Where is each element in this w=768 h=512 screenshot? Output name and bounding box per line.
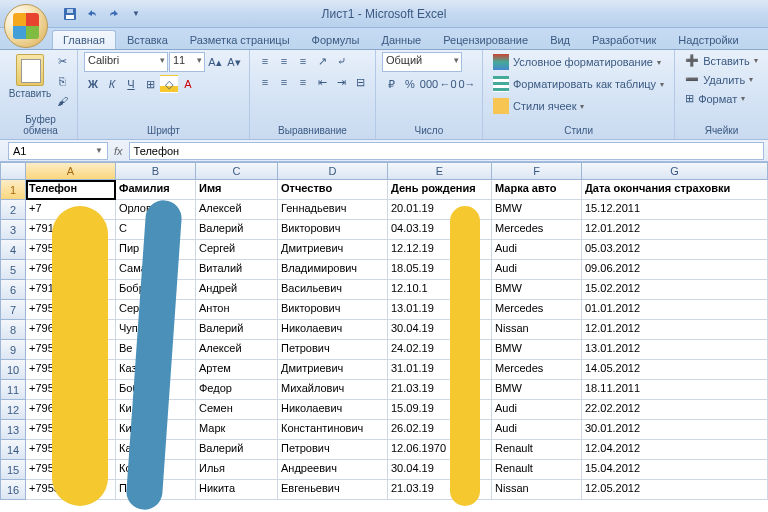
row-header[interactable]: 8	[0, 320, 26, 340]
undo-button[interactable]	[82, 4, 102, 24]
wrap-text-button[interactable]: ⤶	[332, 52, 350, 70]
cell[interactable]: 13.01.2012	[582, 340, 768, 360]
cell[interactable]: Евгеньевич	[278, 480, 388, 500]
align-left-button[interactable]: ≡	[256, 73, 274, 91]
cell[interactable]: 20.01.19	[388, 200, 492, 220]
cell[interactable]: +7953 0	[26, 460, 116, 480]
cell[interactable]: Дмитриевич	[278, 360, 388, 380]
cell[interactable]: Николаевич	[278, 400, 388, 420]
cell[interactable]: Самаров	[116, 260, 196, 280]
format-painter-button[interactable]: 🖌	[53, 92, 71, 110]
row-header[interactable]: 15	[0, 460, 26, 480]
align-center-button[interactable]: ≡	[275, 73, 293, 91]
cell[interactable]: 12.05.2012	[582, 480, 768, 500]
tab-вид[interactable]: Вид	[539, 30, 581, 49]
tab-надстройки[interactable]: Надстройки	[667, 30, 749, 49]
row-header[interactable]: 14	[0, 440, 26, 460]
cell[interactable]: 12.01.2012	[582, 320, 768, 340]
cell[interactable]: Алексей	[196, 200, 278, 220]
cell[interactable]: Карев	[116, 440, 196, 460]
row-header[interactable]: 10	[0, 360, 26, 380]
cell[interactable]: Никита	[196, 480, 278, 500]
cell[interactable]: Отчество	[278, 180, 388, 200]
cell[interactable]: Бобров	[116, 280, 196, 300]
align-middle-button[interactable]: ≡	[275, 52, 293, 70]
cell[interactable]: Renault	[492, 460, 582, 480]
cell[interactable]: +7953 0	[26, 440, 116, 460]
cell[interactable]: Ки	[116, 420, 196, 440]
cell[interactable]: Дата окончания страховки	[582, 180, 768, 200]
cell[interactable]: Mercedes	[492, 300, 582, 320]
cell[interactable]: +7911	[26, 220, 116, 240]
tab-разметка страницы[interactable]: Разметка страницы	[179, 30, 301, 49]
cell[interactable]: +796	[26, 400, 116, 420]
cell[interactable]: Константинович	[278, 420, 388, 440]
align-bottom-button[interactable]: ≡	[294, 52, 312, 70]
cell[interactable]: Андреевич	[278, 460, 388, 480]
column-header-C[interactable]: C	[196, 162, 278, 180]
cell[interactable]: +795	[26, 340, 116, 360]
column-header-F[interactable]: F	[492, 162, 582, 180]
cell[interactable]: Сериков	[116, 300, 196, 320]
cell[interactable]: Васильевич	[278, 280, 388, 300]
row-header[interactable]: 7	[0, 300, 26, 320]
border-button[interactable]: ⊞	[141, 75, 159, 93]
cell[interactable]: Казанов	[116, 360, 196, 380]
paste-button[interactable]: Вставить	[10, 52, 50, 101]
increase-decimal-button[interactable]: ←0	[439, 75, 457, 93]
grow-font-button[interactable]: A▴	[206, 53, 224, 71]
cell[interactable]: Audi	[492, 400, 582, 420]
cell[interactable]: Артем	[196, 360, 278, 380]
row-header[interactable]: 6	[0, 280, 26, 300]
cell[interactable]: Петрович	[278, 440, 388, 460]
cell[interactable]: 15.02.2012	[582, 280, 768, 300]
cell[interactable]: 24.02.19	[388, 340, 492, 360]
row-header[interactable]: 2	[0, 200, 26, 220]
cell[interactable]: Илья	[196, 460, 278, 480]
cell[interactable]: 26.02.19	[388, 420, 492, 440]
row-header[interactable]: 1	[0, 180, 26, 200]
cell[interactable]: Чуп	[116, 320, 196, 340]
cell[interactable]: Nissan	[492, 320, 582, 340]
cell[interactable]: +7953	[26, 420, 116, 440]
cell[interactable]: Имя	[196, 180, 278, 200]
cell[interactable]: 04.03.19	[388, 220, 492, 240]
cell[interactable]: 21.03.19	[388, 380, 492, 400]
row-header[interactable]: 3	[0, 220, 26, 240]
currency-button[interactable]: ₽	[382, 75, 400, 93]
font-name-combo[interactable]: Calibri	[84, 52, 168, 72]
tab-данные[interactable]: Данные	[370, 30, 432, 49]
number-format-combo[interactable]: Общий	[382, 52, 462, 72]
cell[interactable]: Марка авто	[492, 180, 582, 200]
cell[interactable]: +7953 600	[26, 300, 116, 320]
cell[interactable]: BMW	[492, 280, 582, 300]
column-header-A[interactable]: A	[26, 162, 116, 180]
cell[interactable]: Проко	[116, 480, 196, 500]
row-header[interactable]: 11	[0, 380, 26, 400]
cell[interactable]: 12.06.1970	[388, 440, 492, 460]
cell[interactable]: 15.09.19	[388, 400, 492, 420]
column-header-E[interactable]: E	[388, 162, 492, 180]
cell[interactable]: Дмитриевич	[278, 240, 388, 260]
cell[interactable]: 05.03.2012	[582, 240, 768, 260]
cell[interactable]: +7	[26, 200, 116, 220]
office-button[interactable]	[4, 4, 48, 48]
row-header[interactable]: 13	[0, 420, 26, 440]
cell[interactable]: +7953	[26, 360, 116, 380]
cell[interactable]: Nissan	[492, 480, 582, 500]
row-header[interactable]: 4	[0, 240, 26, 260]
cell[interactable]: Renault	[492, 440, 582, 460]
cell[interactable]: 12.01.2012	[582, 220, 768, 240]
cell-styles-button[interactable]: Стили ячеек▾	[489, 96, 588, 116]
qat-dropdown[interactable]: ▼	[126, 4, 146, 24]
cell[interactable]: Фамилия	[116, 180, 196, 200]
row-header[interactable]: 12	[0, 400, 26, 420]
underline-button[interactable]: Ч	[122, 75, 140, 93]
cell[interactable]: Семен	[196, 400, 278, 420]
cell[interactable]: BMW	[492, 380, 582, 400]
row-header[interactable]: 5	[0, 260, 26, 280]
cell[interactable]: 30.04.19	[388, 320, 492, 340]
cell[interactable]: +79114 0	[26, 280, 116, 300]
row-header[interactable]: 9	[0, 340, 26, 360]
cell[interactable]: Викторович	[278, 220, 388, 240]
